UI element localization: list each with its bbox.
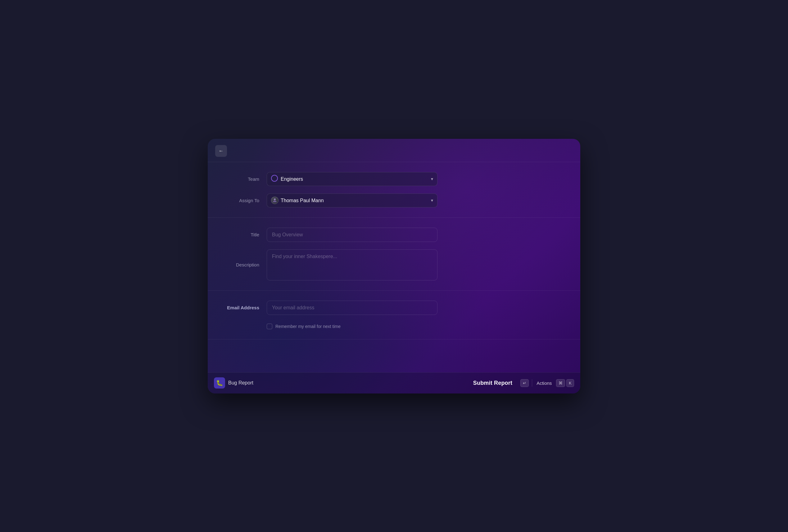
back-button[interactable]: ← [215, 145, 227, 157]
actions-button[interactable]: Actions [535, 378, 553, 388]
footer-left: 🐛 Bug Report [214, 377, 253, 389]
assign-to-row: Assign To Thomas Paul Mann [226, 194, 562, 208]
app-icon: 🐛 [214, 377, 225, 389]
email-input[interactable] [267, 301, 437, 315]
app-title: Bug Report [228, 380, 253, 386]
submit-button[interactable]: Submit Report [468, 377, 517, 389]
assign-to-select[interactable]: Thomas Paul Mann Alice Johnson Bob Smith [267, 194, 437, 208]
form-body: Team Engineers Design Product Marketing … [208, 162, 580, 372]
title-row: Title [226, 228, 562, 242]
header: ← [208, 139, 580, 162]
enter-key-icon: ↵ [520, 379, 529, 387]
assign-to-select-wrapper: Thomas Paul Mann Alice Johnson Bob Smith… [267, 194, 437, 208]
footer-right: Submit Report ↵ Actions ⌘ K [468, 377, 574, 389]
description-row: Description [226, 249, 562, 280]
team-select[interactable]: Engineers Design Product Marketing [267, 172, 437, 186]
remember-checkbox-group: Remember my email for next time [267, 323, 341, 329]
footer: 🐛 Bug Report Submit Report ↵ Actions ⌘ K [208, 372, 580, 393]
team-row: Team Engineers Design Product Marketing … [226, 172, 562, 186]
team-section: Team Engineers Design Product Marketing … [208, 162, 580, 218]
cmd-key: ⌘ [556, 379, 565, 387]
main-window: ← Team Engineers Design Product [208, 139, 580, 393]
description-label: Description [226, 262, 267, 268]
description-input[interactable] [267, 249, 437, 280]
remember-email-checkbox[interactable] [267, 323, 272, 329]
assign-to-label: Assign To [226, 198, 267, 203]
remember-email-row: Remember my email for next time [226, 322, 562, 329]
k-key: K [566, 379, 574, 387]
remember-email-label: Remember my email for next time [275, 324, 341, 329]
title-label: Title [226, 232, 267, 237]
team-label: Team [226, 176, 267, 182]
email-label: Email Address [226, 305, 267, 310]
email-section: Email Address Remember my email for next… [208, 291, 580, 339]
form-card: ← Team Engineers Design Product [208, 139, 580, 393]
content-section: Title Description [208, 218, 580, 291]
keyboard-shortcut-group: ⌘ K [556, 379, 574, 387]
team-select-wrapper: Engineers Design Product Marketing ▾ [267, 172, 437, 186]
email-row: Email Address [226, 301, 562, 315]
title-input[interactable] [267, 228, 437, 242]
bug-icon: 🐛 [216, 379, 223, 386]
